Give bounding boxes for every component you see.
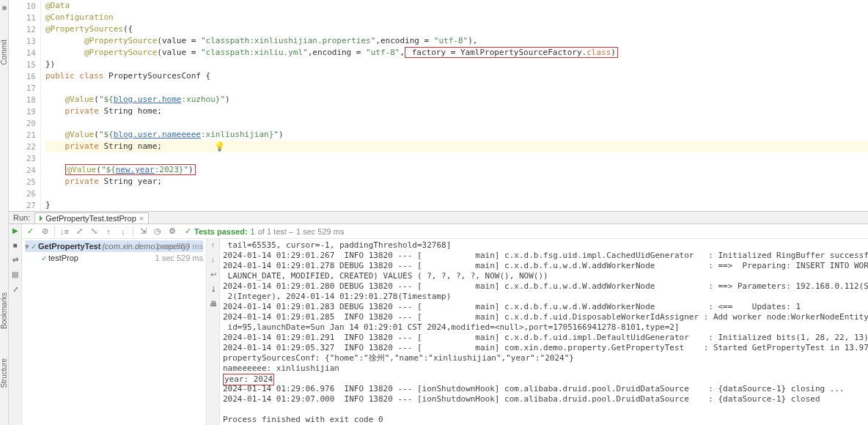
code-line[interactable]: private String year; bbox=[45, 176, 868, 188]
pass-icon: ✓ bbox=[31, 243, 37, 251]
code-line[interactable] bbox=[45, 117, 868, 129]
code-line[interactable]: @PropertySource(value = "classpath:xinli… bbox=[45, 47, 868, 59]
console-line: 2024-01-14 01:29:07.000 INFO 13820 --- [… bbox=[223, 394, 868, 404]
sort-icon[interactable]: ↓≡ bbox=[59, 226, 70, 237]
show-passed-icon[interactable]: ✓ bbox=[25, 226, 35, 237]
line-number[interactable]: 11 bbox=[9, 12, 40, 23]
run-left-toolbar: ▶ ■ ⇄ ▤ ⤤ bbox=[9, 224, 22, 425]
console-line: 2024-01-14 01:29:06.976 INFO 13820 --- [… bbox=[223, 384, 868, 394]
console-line: 2(Integer), 2024-01-14 01:29:01.278(Time… bbox=[223, 292, 868, 302]
run-label: Run: bbox=[13, 213, 30, 222]
line-number[interactable]: 23 bbox=[9, 152, 40, 164]
tests-status: ✓ Tests passed: 1 of 1 test – 1 sec 529 … bbox=[185, 226, 344, 236]
console-output[interactable]: tail=65535, cursor=-1, paddingThreshold=… bbox=[220, 239, 868, 425]
print-icon[interactable]: 🖶 bbox=[209, 299, 218, 308]
run-content: ✓ ⊘ ↓≡ ⤢ ⤡ ↑ ↓ ⇲ ◷ ⚙ ✓ Tests passed: 1 o… bbox=[22, 224, 868, 425]
scroll-icon[interactable]: ⤓ bbox=[209, 284, 218, 293]
code-line[interactable]: } bbox=[45, 199, 868, 211]
code-line[interactable]: }) bbox=[45, 59, 868, 70]
close-icon[interactable]: × bbox=[139, 214, 144, 223]
console-line: 2024-01-14 01:29:01.291 INFO 13820 --- [… bbox=[223, 333, 868, 343]
line-number[interactable]: 16 bbox=[9, 70, 40, 82]
layout-icon[interactable]: ▤ bbox=[11, 270, 20, 278]
expand-icon[interactable]: ⤢ bbox=[74, 226, 84, 237]
console-line: 2024-01-14 01:29:01.278 DEBUG 13820 --- … bbox=[223, 261, 868, 271]
console-line: id=95,launchDate=Sun Jan 14 01:29:01 CST… bbox=[223, 322, 868, 333]
line-number[interactable]: 27 bbox=[9, 199, 40, 211]
sidebar-tab-bookmarks[interactable]: Bookmarks bbox=[0, 292, 8, 329]
editor-gutter[interactable]: 101112131415161718192021222324252627 bbox=[9, 0, 41, 211]
app-root: Commit Bookmarks Structure 1011121314151… bbox=[0, 0, 868, 425]
line-number[interactable]: 26 bbox=[9, 188, 40, 199]
code-line[interactable]: @PropertySources({ bbox=[45, 23, 868, 35]
code-line[interactable]: private String name;💡 bbox=[45, 141, 868, 152]
up-icon[interactable]: ↑ bbox=[209, 240, 218, 249]
test-tree[interactable]: ▾ ✓ GetPropertyTest (com.xin.demo.proper… bbox=[22, 239, 207, 425]
line-number[interactable]: 18 bbox=[9, 94, 40, 106]
console-line: LAUNCH_DATE, MODIFIED, CREATED) VALUES (… bbox=[223, 271, 868, 281]
code-line[interactable] bbox=[45, 82, 868, 94]
console-line: 2024-01-14 01:29:01.285 INFO 13820 --- [… bbox=[223, 312, 868, 322]
code-editor[interactable]: 101112131415161718192021222324252627 @Da… bbox=[9, 0, 868, 211]
sidebar-tab-commit[interactable]: Commit bbox=[0, 40, 8, 64]
console-line bbox=[223, 404, 868, 415]
run-config-tab[interactable]: GetPropertyTest.testProp × bbox=[34, 212, 149, 223]
export-icon[interactable]: ⇲ bbox=[138, 226, 148, 237]
console-line: 2024-01-14 01:29:01.283 DEBUG 13820 --- … bbox=[223, 302, 868, 312]
wrap-icon[interactable]: ↩ bbox=[209, 270, 218, 278]
main-area: 101112131415161718192021222324252627 @Da… bbox=[9, 0, 868, 425]
code-line[interactable]: private String home; bbox=[45, 106, 868, 117]
code-line[interactable]: public class PropertySourcesConf { bbox=[45, 70, 868, 82]
down-icon[interactable]: ↓ bbox=[209, 255, 218, 264]
console-line: tail=65535, cursor=-1, paddingThreshold=… bbox=[223, 240, 868, 251]
code-line[interactable]: @Value("${blog.user.home:xuzhou}") bbox=[45, 94, 868, 106]
tests-time: 1 sec 529 ms bbox=[296, 227, 344, 236]
console-toolbar: ↑ ↓ ↩ ⤓ 🖶 bbox=[207, 239, 220, 425]
line-number[interactable]: 14 bbox=[9, 47, 40, 59]
line-number[interactable]: 24 bbox=[9, 164, 40, 176]
next-icon[interactable]: ↓ bbox=[118, 226, 128, 237]
history-icon[interactable]: ◷ bbox=[152, 226, 163, 237]
show-ignored-icon[interactable]: ⊘ bbox=[40, 226, 50, 237]
collapse-icon[interactable]: ⤡ bbox=[89, 226, 99, 237]
code-line[interactable]: @Value("${blog.user.nameeeee:xinliushiji… bbox=[45, 129, 868, 141]
line-number[interactable]: 12 bbox=[9, 23, 40, 35]
code-line[interactable]: @PropertySource(value = "classpath:xinli… bbox=[45, 35, 868, 47]
prev-icon[interactable]: ↑ bbox=[103, 226, 114, 237]
line-number[interactable]: 20 bbox=[9, 117, 40, 129]
code-column[interactable]: @Data@Configuration@PropertySources({ @P… bbox=[41, 0, 868, 211]
line-number[interactable]: 19 bbox=[9, 106, 40, 117]
test-toolbar: ✓ ⊘ ↓≡ ⤢ ⤡ ↑ ↓ ⇲ ◷ ⚙ ✓ Tests passed: 1 o… bbox=[22, 224, 868, 239]
line-number[interactable]: 10 bbox=[9, 0, 40, 12]
line-number[interactable]: 21 bbox=[9, 129, 40, 141]
project-dot-icon[interactable] bbox=[2, 6, 7, 10]
stop-icon[interactable]: ■ bbox=[11, 240, 20, 249]
left-tool-strip: Commit Bookmarks Structure bbox=[0, 0, 9, 425]
code-line[interactable]: @Value("${new.year:2023}") bbox=[45, 164, 868, 176]
console-line: 2024-01-14 01:29:01.280 DEBUG 13820 --- … bbox=[223, 281, 868, 292]
line-number[interactable]: 25 bbox=[9, 176, 40, 188]
toggle-icon[interactable]: ⇄ bbox=[11, 255, 20, 264]
pass-icon: ✓ bbox=[41, 254, 47, 262]
line-number[interactable]: 13 bbox=[9, 35, 40, 47]
run-icon bbox=[40, 215, 43, 221]
test-item-time: 1 sec 529 ms bbox=[155, 254, 203, 262]
console-line: propertySourcesConf: {"home":"徐州","name"… bbox=[223, 353, 868, 363]
intention-bulb-icon[interactable]: 💡 bbox=[214, 141, 225, 152]
console-line: 2024-01-14 01:29:05.327 INFO 13820 --- [… bbox=[223, 343, 868, 353]
rerun-icon[interactable]: ▶ bbox=[11, 226, 20, 234]
line-number[interactable]: 17 bbox=[9, 82, 40, 94]
pin-icon[interactable]: ⤤ bbox=[11, 284, 20, 293]
code-line[interactable]: @Configuration bbox=[45, 12, 868, 23]
settings-icon[interactable]: ⚙ bbox=[167, 226, 177, 237]
line-number[interactable]: 22 bbox=[9, 141, 40, 152]
code-line[interactable]: @Data bbox=[45, 0, 868, 12]
code-line[interactable] bbox=[45, 188, 868, 199]
run-split: ▾ ✓ GetPropertyTest (com.xin.demo.proper… bbox=[22, 239, 868, 425]
test-tree-root[interactable]: ▾ ✓ GetPropertyTest (com.xin.demo.proper… bbox=[25, 240, 203, 252]
code-line[interactable] bbox=[45, 152, 868, 164]
test-tree-item[interactable]: ✓ testProp 1 sec 529 ms bbox=[25, 252, 203, 264]
line-number[interactable]: 15 bbox=[9, 59, 40, 70]
sidebar-tab-structure[interactable]: Structure bbox=[0, 358, 8, 388]
test-method-name: testProp bbox=[48, 254, 78, 262]
